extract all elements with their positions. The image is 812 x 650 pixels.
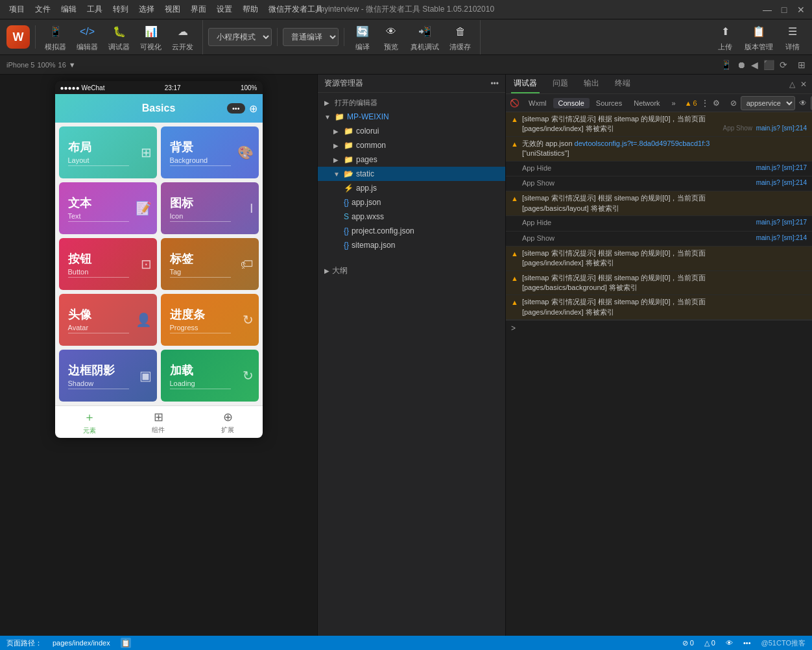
chevron-down-icon[interactable]: ▼ <box>69 61 76 69</box>
editor-button[interactable]: </> 编辑器 <box>73 20 102 54</box>
subtab-console[interactable]: Console <box>553 98 590 108</box>
menu-tools[interactable]: 工具 <box>84 4 105 15</box>
home-icon[interactable]: ⬛ <box>763 60 774 70</box>
tree-root[interactable]: ▼ 📁 MP-WEIXIN <box>318 110 505 124</box>
more-console-button[interactable]: ⋮ <box>701 97 709 110</box>
remote-debug-button[interactable]: 📲 真机调试 <box>407 20 443 54</box>
version-button[interactable]: 📋 版本管理 <box>741 20 777 54</box>
tree-common[interactable]: ▶ 📁 common <box>318 138 505 152</box>
path-copy-button[interactable]: 📋 <box>121 638 131 648</box>
nav-extensions[interactable]: ⊕ 扩展 <box>221 410 234 435</box>
log-source[interactable]: main.js? [sm]:217 <box>756 163 807 173</box>
menu-select[interactable]: 选择 <box>136 4 157 15</box>
menu-edit[interactable]: 编辑 <box>58 4 79 15</box>
nav-elements[interactable]: ＋ 元素 <box>83 409 96 435</box>
card-loading[interactable]: 加载 Loading ↻ <box>161 350 259 402</box>
tab-output[interactable]: 输出 <box>581 75 602 93</box>
visual-button[interactable]: 📊 可视化 <box>136 20 165 54</box>
tab-problems[interactable]: 问题 <box>550 75 571 93</box>
tab-terminal[interactable]: 终端 <box>612 75 633 93</box>
context-select[interactable]: appservice <box>741 96 795 110</box>
card-layout-icon: ⊞ <box>141 145 152 160</box>
layout-icon[interactable]: ⊞ <box>798 60 806 70</box>
subtab-network[interactable]: Network <box>628 98 665 108</box>
rotate-icon[interactable]: ⟳ <box>780 60 787 70</box>
nav-components[interactable]: ⊞ 组件 <box>152 410 165 435</box>
compile-select[interactable]: 普通编译 <box>283 28 339 46</box>
log-source[interactable]: main.js? [sm]:214 <box>756 178 807 187</box>
eye-icon[interactable]: 👁 <box>799 97 807 110</box>
card-progress-zh: 进度条 <box>170 307 205 322</box>
eye-status-icon[interactable]: 👁 <box>726 639 733 647</box>
detail-button[interactable]: ☰ 详情 <box>780 20 806 54</box>
minimize-button[interactable]: — <box>763 5 772 14</box>
simulator-button[interactable]: 📱 模拟器 <box>41 20 70 54</box>
clear-cache-button[interactable]: 🗑 清缓存 <box>446 20 475 54</box>
share-icon[interactable]: ⊕ <box>249 102 257 115</box>
compile-button[interactable]: 🔄 编译 <box>350 20 376 54</box>
card-background[interactable]: 背景 Background 🎨 <box>161 126 259 178</box>
card-avatar[interactable]: 头像 Avatar 👤 <box>59 294 157 346</box>
card-icon[interactable]: 图标 Icon I <box>161 182 259 234</box>
close-devtools-icon[interactable]: ✕ <box>800 80 807 89</box>
settings-console-button[interactable]: ⚙ <box>713 97 720 110</box>
card-button[interactable]: 按钮 Button ⊡ <box>59 238 157 290</box>
tree-appjs[interactable]: ▶ ⚡ app.js <box>318 181 505 195</box>
tree-sitemapjson[interactable]: ▶ {} sitemap.json <box>318 238 505 252</box>
more-status-icon[interactable]: ••• <box>743 639 751 647</box>
menu-settings[interactable]: 设置 <box>214 4 235 15</box>
cloud-button[interactable]: ☁ 云开发 <box>168 20 197 54</box>
log-source[interactable]: App Show main.js? [sm]:214 <box>722 124 807 133</box>
tree-pages[interactable]: ▶ 📁 pages <box>318 152 505 167</box>
tree-appjson[interactable]: ▶ {} app.json <box>318 195 505 210</box>
menu-goto[interactable]: 转到 <box>110 4 131 15</box>
card-text[interactable]: 文本 Text 📝 <box>59 182 157 234</box>
log-source[interactable]: main.js? [sm]:214 <box>756 234 807 243</box>
subtab-more[interactable]: » <box>667 98 681 108</box>
upload-button[interactable]: ⬆ 上传 <box>712 20 738 54</box>
log-source[interactable]: main.js? [sm]:217 <box>756 218 807 227</box>
menu-devtools[interactable]: 微信开发者工具 <box>266 4 326 15</box>
expand-icon[interactable]: △ <box>789 80 795 89</box>
subtab-wxml[interactable]: Wxml <box>523 98 552 108</box>
mode-select[interactable]: 小程序模式 <box>208 28 272 46</box>
arrow-outline: ▶ <box>324 267 329 274</box>
card-tag[interactable]: 标签 Tag 🏷 <box>161 238 259 290</box>
log-link[interactable]: devtoolsconfig.js?t=.8da0d49759cbacd1f:3 <box>575 139 710 147</box>
tab-debugger[interactable]: 调试器 <box>511 75 540 93</box>
filetree-more-icon[interactable]: ••• <box>490 79 499 88</box>
file-projectconfig-label: project.config.json <box>352 226 414 235</box>
action-group: 🔄 编译 👁 预览 📲 真机调试 🗑 清缓存 <box>350 20 481 54</box>
tree-appwxss[interactable]: ▶ S app.wxss <box>318 210 505 224</box>
titlebar-wincontrols[interactable]: — □ ✕ <box>763 5 806 14</box>
titlebar-menus[interactable]: 项目 文件 编辑 工具 转到 选择 视图 界面 设置 帮助 微信开发者工具 <box>6 4 326 15</box>
menu-interface[interactable]: 界面 <box>188 4 209 15</box>
debugger-button[interactable]: 🐛 调试器 <box>104 20 134 54</box>
subtab-sources[interactable]: Sources <box>591 98 627 108</box>
outline-section[interactable]: ▶ 大纲 <box>318 263 505 279</box>
filter-toggle[interactable]: ⊘ <box>730 97 737 110</box>
tree-projectconfig[interactable]: ▶ {} project.config.json <box>318 224 505 238</box>
console-input[interactable] <box>518 324 807 332</box>
menu-help[interactable]: 帮助 <box>240 4 261 15</box>
console-toolbar: 🚫 Wxml Console Sources Network » ▲ 6 ⋮ ⚙… <box>506 94 812 112</box>
clear-console-button[interactable]: 🚫 <box>510 97 519 110</box>
record-icon[interactable]: ⏺ <box>737 60 746 70</box>
tree-static[interactable]: ▼ 📂 static <box>318 167 505 181</box>
card-shadow[interactable]: 边框阴影 Shadow ▣ <box>59 350 157 402</box>
card-layout[interactable]: 布局 Layout ⊞ <box>59 126 157 178</box>
menu-file[interactable]: 文件 <box>32 4 53 15</box>
maximize-button[interactable]: □ <box>780 5 789 14</box>
menu-view[interactable]: 视图 <box>162 4 183 15</box>
devtools-controls[interactable]: △ ✕ <box>789 80 807 89</box>
phone-icon[interactable]: 📱 <box>721 60 732 70</box>
more-icon[interactable]: ••• <box>227 103 245 114</box>
tree-open-editors[interactable]: ▶ 打开的编辑器 <box>318 95 505 110</box>
tree-colorui[interactable]: ▶ 📁 colorui <box>318 124 505 138</box>
back-icon[interactable]: ◀ <box>751 60 758 70</box>
log-entry: ▲ App Show main.js? [sm]:214 <box>506 176 812 191</box>
card-progress[interactable]: 进度条 Progress ↻ <box>161 294 259 346</box>
menu-project[interactable]: 项目 <box>6 4 27 15</box>
close-button[interactable]: ✕ <box>796 5 806 14</box>
preview-button[interactable]: 👁 预览 <box>378 20 404 54</box>
